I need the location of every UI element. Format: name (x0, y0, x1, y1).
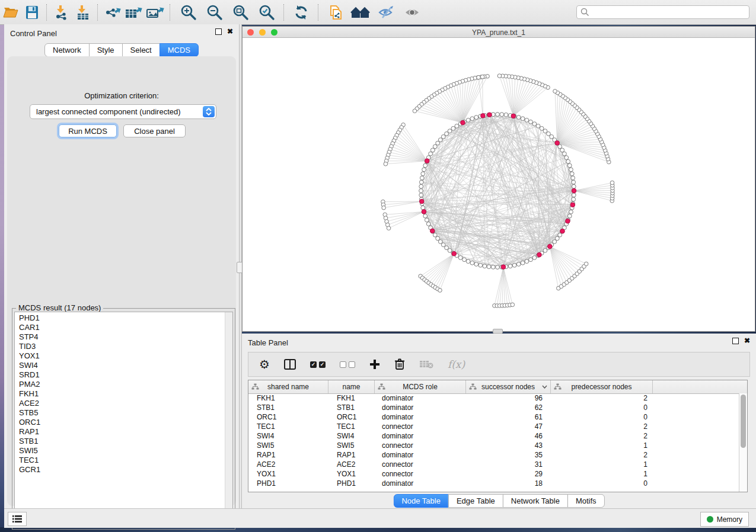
tab-style[interactable]: Style (89, 43, 123, 57)
mcds-result-item[interactable]: YOX1 (15, 351, 225, 361)
tab-mcds[interactable]: MCDS (160, 43, 199, 57)
table-row[interactable]: STB1STB1dominator620 (248, 403, 739, 412)
float-table-panel-icon[interactable] (732, 338, 739, 344)
search-input[interactable] (576, 5, 749, 19)
optimization-criterion-select[interactable]: largest connected component (undirected) (30, 104, 216, 119)
duplicate-network-icon[interactable] (325, 4, 346, 21)
tab-motifs[interactable]: Motifs (567, 494, 605, 508)
tab-node-table[interactable]: Node Table (393, 494, 449, 508)
mcds-result-item[interactable]: RAP1 (15, 427, 225, 437)
close-panel-button[interactable]: Close panel (123, 124, 186, 137)
column-header-name[interactable]: name (328, 380, 375, 393)
mcds-result-item[interactable]: STB1 (15, 437, 225, 446)
cell-successor_nodes: 18 (466, 479, 551, 488)
cell-successor_nodes: 62 (466, 403, 551, 412)
list-icon (12, 515, 23, 523)
mcds-result-item[interactable]: SWI5 (15, 446, 225, 456)
float-panel-icon[interactable] (215, 28, 222, 35)
mcds-result-item[interactable]: TID3 (15, 342, 225, 351)
tab-network-table[interactable]: Network Table (503, 494, 568, 508)
memory-button[interactable]: Memory (700, 512, 749, 527)
table-row[interactable]: ACE2ACE2connector311 (248, 460, 739, 469)
close-panel-icon[interactable]: ✖ (227, 28, 233, 35)
export-image-icon[interactable] (145, 4, 166, 21)
control-panel-title: Control Panel (10, 29, 57, 38)
mcds-result-item[interactable]: FKH1 (15, 389, 225, 399)
mcds-list-scrollbar[interactable] (225, 312, 232, 527)
node-table: shared namenameMCDS rolesuccessor nodesp… (248, 380, 748, 492)
export-table-icon[interactable] (123, 4, 145, 21)
run-mcds-button[interactable]: Run MCDS (59, 124, 117, 137)
selected-criterion: largest connected component (undirected) (30, 107, 203, 116)
column-header-predecessor-nodes[interactable]: predecessor nodes (551, 380, 653, 393)
table-row[interactable]: TEC1TEC1connector472 (248, 422, 739, 431)
table-panel-tabs: Node TableEdge TableNetwork TableMotifs (393, 494, 604, 508)
tab-edge-table[interactable]: Edge Table (448, 494, 503, 508)
cell-filler (653, 403, 739, 412)
cell-name: FKH1 (328, 393, 375, 403)
split-columns-icon[interactable] (284, 359, 296, 370)
table-settings-icon[interactable]: ⚙ (259, 358, 270, 370)
table-scrollbar-thumb[interactable] (741, 395, 746, 448)
cell-shared_name: ACE2 (248, 460, 328, 469)
mcds-result-item[interactable]: PHD1 (15, 313, 225, 323)
mcds-result-item[interactable]: ORC1 (15, 418, 225, 427)
mcds-result-item[interactable]: PMA2 (15, 380, 225, 389)
network-window-titlebar[interactable]: YPA_prune.txt_1 (243, 27, 755, 38)
horizontal-splitter-handle[interactable] (493, 329, 503, 334)
column-header-shared-name[interactable]: shared name (248, 380, 328, 393)
first-neighbors-icon[interactable] (350, 4, 371, 21)
import-network-icon[interactable] (51, 4, 72, 21)
zoom-selected-icon[interactable] (256, 4, 277, 21)
mcds-result-item[interactable]: SWI4 (15, 361, 225, 370)
refresh-view-icon[interactable] (291, 4, 312, 21)
select-all-rows-icon[interactable]: ✓✓ (310, 361, 326, 368)
cell-filler (653, 460, 739, 469)
tab-network[interactable]: Network (44, 43, 90, 57)
mcds-result-item[interactable]: GCR1 (15, 465, 225, 475)
mcds-result-group: MCDS result (17 nodes) PHD1CAR1STP4TID3Y… (12, 308, 235, 530)
mcds-result-item[interactable]: STP4 (15, 332, 225, 342)
cell-predecessor_nodes: 2 (551, 450, 653, 460)
panel-menu-button[interactable] (8, 512, 27, 526)
hide-selected-icon[interactable] (376, 4, 397, 21)
deselect-all-rows-icon[interactable] (340, 361, 355, 368)
mcds-result-item[interactable]: STB5 (15, 408, 225, 418)
cell-name: YOX1 (328, 469, 375, 479)
zoom-fit-icon[interactable] (230, 4, 251, 21)
import-table-icon[interactable] (72, 4, 94, 21)
table-row[interactable]: ORC1ORC1dominator610 (248, 412, 739, 422)
column-header-successor-nodes[interactable]: successor nodes (466, 380, 551, 393)
mcds-result-item[interactable]: ACE2 (15, 399, 225, 408)
table-row[interactable]: YOX1YOX1connector291 (248, 469, 739, 479)
zoom-in-icon[interactable] (178, 4, 199, 21)
open-file-icon[interactable] (0, 4, 21, 21)
status-bar: Memory (4, 508, 756, 528)
zoom-out-icon[interactable] (204, 4, 225, 21)
table-row[interactable]: FKH1FKH1dominator962 (248, 393, 739, 403)
control-panel: Control Panel ✖ NetworkStyleSelectMCDS O… (4, 24, 239, 508)
mcds-result-item[interactable]: CAR1 (15, 323, 225, 332)
cell-mcds_role: dominator (375, 479, 466, 488)
close-table-panel-icon[interactable]: ✖ (744, 338, 750, 344)
cell-successor_nodes: 47 (466, 422, 551, 431)
show-all-icon[interactable] (402, 4, 423, 21)
tab-select[interactable]: Select (122, 43, 160, 57)
table-row[interactable]: RAP1RAP1dominator352 (248, 450, 739, 460)
table-row[interactable]: PHD1PHD1dominator180 (248, 479, 739, 488)
delete-table-icon[interactable] (419, 360, 433, 369)
delete-column-icon[interactable] (394, 358, 405, 370)
cell-shared_name: FKH1 (248, 393, 328, 403)
table-row[interactable]: SWI4SWI4dominator462 (248, 431, 739, 441)
main-toolbar (0, 0, 756, 25)
mcds-result-item[interactable]: TEC1 (15, 456, 225, 465)
column-header-MCDS-role[interactable]: MCDS role (375, 380, 466, 393)
table-row[interactable]: SWI5SWI5connector431 (248, 441, 739, 450)
mcds-result-item[interactable]: SRD1 (15, 370, 225, 380)
save-session-icon[interactable] (21, 4, 43, 21)
table-scrollbar[interactable] (739, 393, 747, 492)
network-canvas[interactable] (243, 38, 755, 331)
add-column-icon[interactable] (369, 359, 380, 370)
function-builder-icon[interactable]: f(x) (448, 358, 465, 370)
export-network-icon[interactable] (102, 4, 123, 21)
